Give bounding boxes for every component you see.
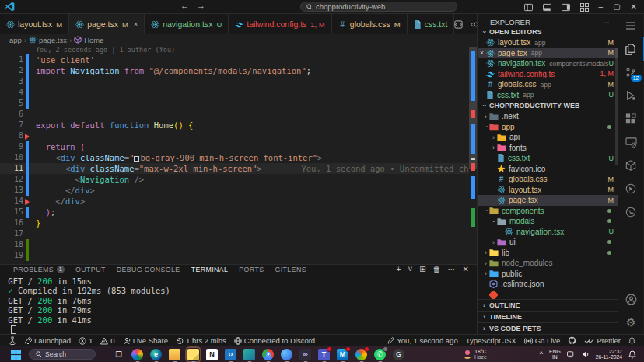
gitlens-icon[interactable] (618, 177, 644, 200)
status-1[interactable]: 1 (75, 336, 96, 345)
panel-tab-problems[interactable]: PROBLEMS1 (8, 265, 70, 274)
code-line-18[interactable]: 18 (0, 239, 477, 250)
language-indicator[interactable]: ENGIN (549, 349, 561, 360)
copilot-app-icon[interactable] (281, 349, 292, 360)
code-line-8[interactable]: 8 (0, 131, 477, 141)
code-line-13[interactable]: 13 </div> (0, 185, 477, 196)
tab-close-icon[interactable]: × (134, 20, 138, 28)
status-connected-to-discord[interactable]: Connected to Discord (230, 336, 319, 345)
network-icon[interactable] (567, 350, 576, 358)
open-changes-icon[interactable] (454, 20, 463, 29)
tree-item-node_modules[interactable]: ›node_modules (478, 258, 618, 269)
open-editors-header[interactable]: ›OPEN EDITORS (478, 26, 618, 37)
run-debug-icon[interactable] (618, 84, 644, 107)
open-editor-globals.css[interactable]: #globals.cssappM (478, 79, 618, 90)
code-line-17[interactable]: 17 (0, 228, 477, 239)
minimize-button[interactable]: – (599, 0, 604, 14)
sidebar-section-outline[interactable]: ›OUTLINE (478, 299, 618, 311)
photos-app-icon[interactable] (131, 349, 143, 360)
file-explorer-app-icon[interactable] (169, 349, 180, 360)
panel-tab-gitlens[interactable]: GITLENS (269, 265, 311, 274)
breadcrumb[interactable]: app›page.tsx›Home (0, 34, 477, 45)
open-editor-layout.tsx[interactable]: layout.tsxappM (478, 37, 618, 48)
terminal-app-icon[interactable] (243, 349, 255, 360)
tree-item-.eslintrc.json[interactable]: .eslintrc.json (478, 279, 618, 290)
maximize-button[interactable]: ▢ (613, 0, 620, 14)
code-line-16[interactable]: 16} (0, 218, 477, 228)
tree-item-fonts[interactable]: ›fonts (478, 143, 618, 154)
status-launchpad[interactable]: Launchpad (20, 336, 75, 345)
breadcrumb-item-app[interactable]: app (9, 36, 22, 44)
tab-globals.css[interactable]: #globals.cssM (332, 14, 408, 34)
code-line-9[interactable]: 9 return ( (0, 141, 477, 152)
tree-item-modals[interactable]: ›modals (478, 216, 618, 227)
tree-item-app[interactable]: ›app (478, 122, 618, 133)
tree-item-navigation.tsx[interactable]: navigation.tsxU (478, 227, 618, 238)
workspace-root-header[interactable]: ›CHOPPRODUCTIVITY-WEB (478, 100, 618, 111)
task-view-app-icon[interactable]: ❒ (113, 349, 124, 360)
explorer-icon[interactable] (618, 37, 644, 61)
code-line-14[interactable]: 14 </div> (0, 196, 477, 207)
tree-item-page.tsx[interactable]: page.tsxM (478, 195, 618, 206)
status-bell[interactable] (625, 337, 639, 345)
gitlens-inspect-icon[interactable] (618, 200, 644, 224)
code-line-6[interactable]: 6 (0, 109, 477, 120)
status-live-share[interactable]: Live Share (119, 336, 172, 345)
breadcrumb-item-Home[interactable]: Home (74, 36, 103, 44)
tree-item-favicon.ico[interactable]: favicon.ico (478, 164, 618, 175)
terminal-dropdown-icon[interactable]: ˅ (408, 265, 412, 273)
edge-app-icon[interactable]: e (150, 349, 162, 360)
menu-icon[interactable] (618, 14, 644, 37)
tree-item-api[interactable]: ›api (478, 132, 618, 143)
status-typescript-jsx[interactable]: TypeScript JSX (462, 336, 520, 345)
toggle-secondary-sidebar-icon[interactable] (562, 3, 570, 12)
nav-back-button[interactable]: ← (180, 1, 189, 10)
tree-item-ui[interactable]: ›ui (478, 237, 618, 248)
tailwind-color-decorator[interactable] (134, 156, 139, 162)
game-bar-app-icon[interactable]: G (393, 349, 404, 360)
explorer-more-actions[interactable]: ⋯ (603, 18, 611, 26)
status-1-hrs-2-mins[interactable]: 1 hrs 2 mins (172, 336, 230, 345)
status-github[interactable] (564, 336, 580, 345)
whatsapp-app-icon[interactable]: ✆ (374, 349, 386, 360)
package-icon[interactable] (618, 154, 644, 177)
account-icon[interactable] (618, 287, 644, 311)
open-editor-page.tsx[interactable]: ×page.tsxappM (478, 48, 618, 59)
start-button[interactable] (11, 350, 21, 360)
code-line-15[interactable]: 15 ); (0, 207, 477, 218)
mail-app-icon[interactable]: M (337, 349, 348, 360)
tree-item-globals.css[interactable]: #globals.cssM (478, 174, 618, 185)
sticky-notes-app-icon[interactable] (187, 349, 199, 360)
status-beaker[interactable] (5, 336, 20, 345)
tree-item-lib[interactable]: ›lib (478, 248, 618, 259)
new-terminal-icon[interactable]: + (397, 265, 401, 273)
split-terminal-icon[interactable]: ⊞ (419, 265, 425, 273)
panel-tab-ports[interactable]: PORTS (233, 265, 269, 274)
breadcrumb-item-page.tsx[interactable]: page.tsx (29, 36, 67, 44)
panel-tab-terminal[interactable]: TERMINAL (186, 265, 234, 274)
tab-page.tsx[interactable]: page.tsxM× (69, 14, 145, 34)
code-line-5[interactable]: 5 (0, 98, 477, 109)
customize-layout-icon[interactable] (580, 3, 589, 12)
tree-item-.next[interactable]: ›.next (478, 111, 618, 122)
command-center-search[interactable]: chopproductivity-web (300, 2, 457, 12)
tab-navigation.tsx[interactable]: navigation.tsxU (145, 14, 229, 34)
code-editor[interactable]: You, 2 seconds ago | 1 author (You)1'use… (0, 45, 477, 264)
tab-tailwind.config.ts[interactable]: tailwind.config.ts1, M (229, 14, 332, 34)
code-line-1[interactable]: 1'use client' (0, 54, 477, 65)
close-editor-icon[interactable]: × (478, 49, 486, 57)
code-line-10[interactable]: 10 <div className="bg-gray-900 min-h-scr… (0, 152, 477, 163)
open-editor-navigation.tsx[interactable]: navigation.tsxcomponents\modalsU (478, 58, 618, 69)
code-line-2[interactable]: 2import Navigation from "@/components/mo… (0, 65, 477, 76)
code-line-12[interactable]: 12 <Navigation /> (0, 174, 477, 185)
tree-item-partial[interactable] (478, 290, 618, 300)
volume-icon[interactable] (582, 350, 590, 358)
kill-terminal-icon[interactable]: 🗑 (433, 265, 441, 273)
sidebar-section-timeline[interactable]: ›TIMELINE (478, 311, 618, 322)
close-panel-icon[interactable]: ✕ (463, 265, 469, 273)
settings-icon[interactable]: ⚙ (618, 311, 644, 334)
overview-ruler[interactable] (469, 45, 477, 264)
media-app-icon[interactable] (355, 349, 367, 360)
close-button[interactable]: ✕ (631, 0, 637, 14)
notion-app-icon[interactable]: N (206, 349, 218, 360)
